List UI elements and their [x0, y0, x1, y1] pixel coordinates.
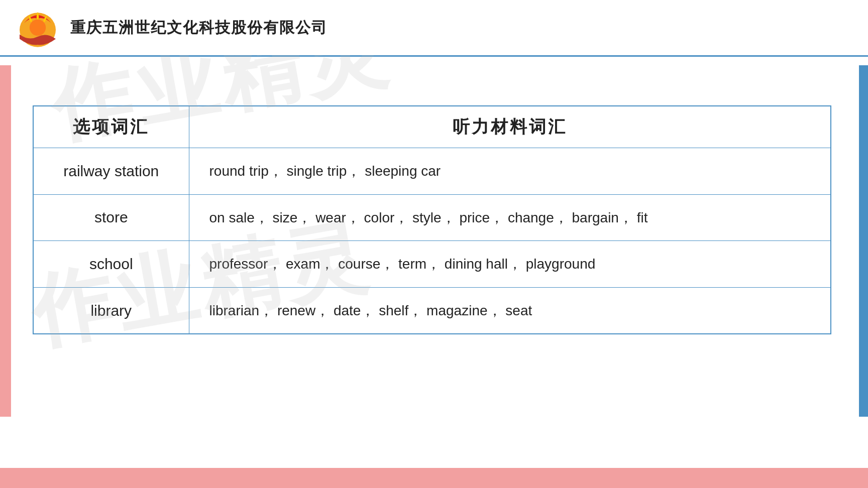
row-vocab-0: round trip， single trip， sleeping car — [189, 148, 831, 195]
row-label-3: library — [33, 287, 189, 334]
svg-point-2 — [30, 20, 46, 36]
row-label-0: railway station — [33, 148, 189, 195]
pink-bottom-bar — [0, 468, 868, 488]
vocabulary-table: 选项词汇 听力材料词汇 railway stationround trip， s… — [33, 105, 831, 334]
table-row: storeon sale， size， wear， color， style， … — [33, 194, 831, 241]
col1-header: 选项词汇 — [33, 106, 189, 148]
row-vocab-1: on sale， size， wear， color， style， price… — [189, 194, 831, 241]
table-row: schoolprofessor， exam， course， term， din… — [33, 241, 831, 288]
header: 重庆五洲世纪文化科技股份有限公司 — [0, 0, 868, 55]
company-name: 重庆五洲世纪文化科技股份有限公司 — [70, 18, 328, 38]
main-table-container: 选项词汇 听力材料词汇 railway stationround trip， s… — [33, 105, 831, 334]
blue-right-bar — [859, 65, 868, 417]
col2-header: 听力材料词汇 — [189, 106, 831, 148]
table-row: railway stationround trip， single trip， … — [33, 148, 831, 195]
pink-left-bar — [0, 65, 11, 417]
table-row: librarylibrarian， renew， date， shelf， ma… — [33, 287, 831, 334]
row-vocab-2: professor， exam， course， term， dining ha… — [189, 241, 831, 288]
row-vocab-3: librarian， renew， date， shelf， magazine，… — [189, 287, 831, 334]
row-label-1: store — [33, 194, 189, 241]
row-label-2: school — [33, 241, 189, 288]
company-logo — [15, 5, 60, 50]
table-header-row: 选项词汇 听力材料词汇 — [33, 106, 831, 148]
